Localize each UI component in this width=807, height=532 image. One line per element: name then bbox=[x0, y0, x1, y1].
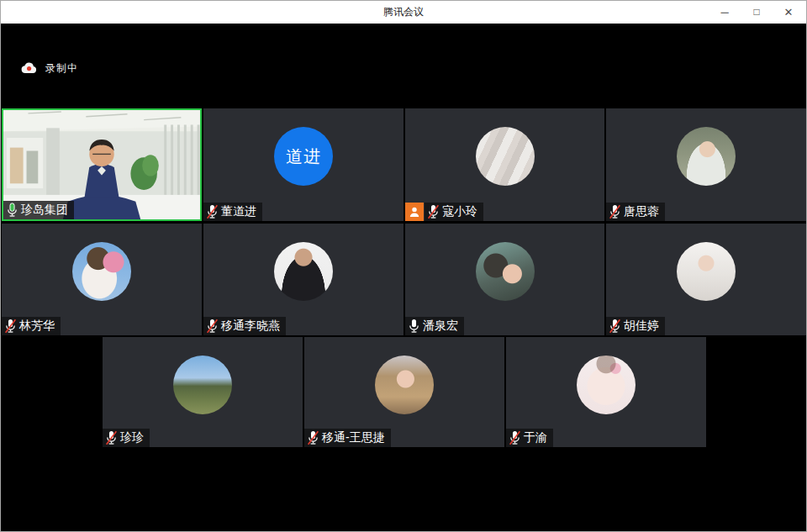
avatar-initials: 道进 bbox=[286, 145, 321, 168]
avatar bbox=[476, 242, 535, 301]
window-title: 腾讯会议 bbox=[1, 1, 806, 24]
window-controls: ─ □ ✕ bbox=[709, 1, 804, 24]
mic-muted-icon bbox=[105, 430, 118, 445]
mic-muted-icon bbox=[609, 204, 621, 219]
avatar bbox=[173, 356, 232, 414]
maximize-button[interactable]: □ bbox=[741, 1, 773, 24]
participant-name-label: 潘泉宏 bbox=[405, 317, 464, 335]
avatar bbox=[677, 242, 736, 301]
avatar bbox=[375, 356, 434, 414]
mic-on-icon bbox=[408, 319, 420, 334]
participant-tile-lixiaoyan[interactable]: 移通李晓燕 bbox=[203, 224, 404, 335]
participant-name-label: 董道进 bbox=[203, 203, 262, 221]
participant-tile-linfanghua[interactable]: 林芳华 bbox=[2, 224, 202, 335]
avatar bbox=[476, 127, 535, 186]
minimize-button[interactable]: ─ bbox=[709, 1, 741, 24]
participant-tile-hujiating[interactable]: 胡佳婷 bbox=[606, 224, 806, 335]
mic-muted-icon bbox=[307, 430, 319, 445]
participant-name-label: 移通李晓燕 bbox=[203, 317, 286, 335]
avatar bbox=[274, 242, 333, 301]
participant-name: 珍岛集团 bbox=[21, 203, 68, 218]
participant-name-label: 珍岛集团 bbox=[3, 201, 74, 219]
mic-muted-icon bbox=[509, 430, 521, 445]
participant-name: 珍珍 bbox=[120, 430, 144, 445]
mic-muted-icon bbox=[206, 319, 219, 334]
meeting-stage: 录制中 bbox=[1, 24, 806, 531]
participant-name: 潘泉宏 bbox=[423, 319, 458, 334]
participant-tile-tangsirong[interactable]: 唐思蓉 bbox=[606, 108, 806, 221]
participant-tile-wangsijie[interactable]: 移通-王思捷 bbox=[304, 337, 504, 447]
participant-name-label: 移通-王思捷 bbox=[304, 429, 391, 447]
participant-name-label: 珍珍 bbox=[103, 429, 150, 447]
participant-tile-dongdaojin[interactable]: 道进 董道进 bbox=[203, 108, 404, 221]
participant-name: 移通李晓燕 bbox=[221, 319, 280, 334]
participant-tile-panquanhong[interactable]: 潘泉宏 bbox=[405, 224, 604, 335]
participant-name: 胡佳婷 bbox=[624, 319, 659, 334]
close-button[interactable]: ✕ bbox=[773, 1, 804, 24]
person-icon bbox=[409, 206, 420, 218]
mic-muted-icon bbox=[4, 319, 17, 334]
participant-name-label: 唐思蓉 bbox=[606, 203, 665, 221]
avatar bbox=[72, 242, 131, 301]
participant-name-label: 林芳华 bbox=[2, 317, 61, 335]
participant-name: 董道进 bbox=[221, 204, 256, 219]
tencent-meeting-window: 腾讯会议 ─ □ ✕ 录制中 bbox=[0, 0, 807, 532]
titlebar[interactable]: 腾讯会议 ─ □ ✕ bbox=[1, 1, 806, 24]
participant-tile-zhenzhen[interactable]: 珍珍 bbox=[103, 337, 303, 447]
recording-label: 录制中 bbox=[45, 61, 78, 76]
avatar: 道进 bbox=[274, 127, 333, 186]
mic-muted-icon bbox=[427, 204, 440, 219]
avatar bbox=[677, 127, 736, 186]
recording-cloud-icon bbox=[21, 62, 37, 74]
participant-name: 于渝 bbox=[524, 430, 547, 445]
participant-name: 寇小玲 bbox=[442, 204, 477, 219]
avatar bbox=[577, 356, 636, 414]
participant-name: 林芳华 bbox=[19, 319, 55, 334]
participant-name: 移通-王思捷 bbox=[322, 430, 385, 445]
participant-name-label: 于渝 bbox=[506, 429, 553, 447]
person-badge bbox=[405, 203, 424, 221]
mic-muted-icon bbox=[206, 204, 219, 219]
participant-tile-yuyu[interactable]: 于渝 bbox=[506, 337, 706, 447]
mic-muted-icon bbox=[609, 319, 621, 334]
mic-on-green-icon bbox=[6, 203, 18, 218]
participant-tile-zhendao-group[interactable]: 珍岛集团 bbox=[2, 108, 202, 221]
participant-tile-kouxiaoling[interactable]: 寇小玲 bbox=[405, 108, 604, 221]
recording-indicator: 录制中 bbox=[21, 61, 78, 76]
participant-name-label: 寇小玲 bbox=[425, 203, 483, 221]
participant-name: 唐思蓉 bbox=[624, 204, 659, 219]
participant-name-label: 胡佳婷 bbox=[606, 317, 665, 335]
